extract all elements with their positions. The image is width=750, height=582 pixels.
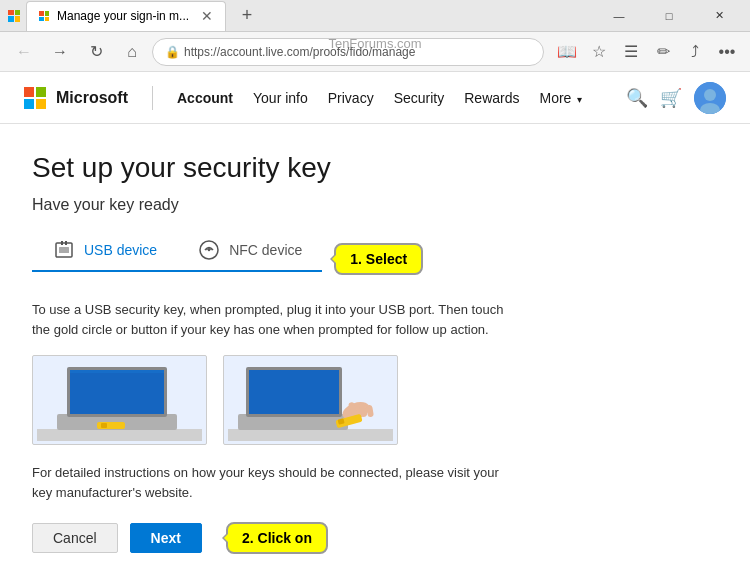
url-text: https://account.live.com/proofs/fido/man…	[184, 45, 531, 59]
browser-tab[interactable]: Manage your sign-in m... ✕	[26, 1, 226, 31]
search-icon[interactable]: 🔍	[626, 87, 648, 109]
forward-button[interactable]: →	[44, 36, 76, 68]
callout-select: 1. Select	[334, 243, 423, 275]
site-nav: Account Your info Privacy Security Rewar…	[177, 90, 582, 106]
callout-click-on: 2. Click on	[226, 522, 328, 554]
nav-yourinfo[interactable]: Your info	[253, 90, 308, 106]
main-content: Set up your security key Have your key r…	[0, 124, 750, 582]
usb-icon	[52, 238, 76, 262]
nav-more[interactable]: More ▾	[539, 90, 582, 106]
nav-privacy[interactable]: Privacy	[328, 90, 374, 106]
nav-rewards[interactable]: Rewards	[464, 90, 519, 106]
header-actions: 🔍 🛒	[626, 82, 726, 114]
maximize-button[interactable]: □	[646, 2, 692, 30]
svg-rect-12	[70, 370, 164, 414]
laptop-image-2	[223, 355, 398, 445]
favorites-icon[interactable]: ☆	[584, 37, 614, 67]
svg-rect-22	[366, 405, 374, 418]
device-tabs: USB device NFC device	[32, 230, 322, 272]
cancel-button[interactable]: Cancel	[32, 523, 118, 553]
cart-icon[interactable]: 🛒	[660, 87, 682, 109]
svg-rect-13	[70, 370, 164, 373]
svg-rect-6	[65, 241, 67, 245]
new-tab-button[interactable]: +	[232, 1, 262, 31]
svg-point-8	[208, 249, 210, 251]
svg-point-1	[704, 89, 716, 101]
tab-nfc[interactable]: NFC device	[177, 230, 322, 272]
hub-icon[interactable]: ☰	[616, 37, 646, 67]
laptop-image-1	[32, 355, 207, 445]
next-button[interactable]: Next	[130, 523, 202, 553]
minimize-button[interactable]: —	[596, 2, 642, 30]
refresh-button[interactable]: ↻	[80, 36, 112, 68]
window-controls: — □ ✕	[596, 2, 742, 30]
buttons-row: Cancel Next 2. Click on	[32, 522, 718, 554]
svg-rect-4	[59, 247, 69, 253]
svg-rect-16	[228, 429, 393, 441]
svg-rect-15	[101, 423, 107, 428]
footnote-text: For detailed instructions on how your ke…	[32, 463, 512, 502]
subtitle: Have your key ready	[32, 196, 718, 214]
home-button[interactable]: ⌂	[116, 36, 148, 68]
nfc-icon	[197, 238, 221, 262]
page-title: Set up your security key	[32, 152, 718, 184]
svg-rect-5	[61, 241, 63, 245]
secure-icon: 🔒	[165, 45, 180, 59]
share-icon[interactable]: ⤴	[680, 37, 710, 67]
microsoft-logo: Microsoft	[24, 87, 128, 109]
toolbar-icons: 📖 ☆ ☰ ✏ ⤴ •••	[552, 37, 742, 67]
back-button[interactable]: ←	[8, 36, 40, 68]
tab-usb-label: USB device	[84, 242, 157, 258]
feedback-icon[interactable]: ✏	[648, 37, 678, 67]
ms-grid-icon	[24, 87, 46, 109]
description-text: To use a USB security key, when prompted…	[32, 300, 512, 339]
tab-title: Manage your sign-in m...	[57, 9, 193, 23]
more-chevron-icon: ▾	[577, 94, 582, 105]
reader-icon[interactable]: 📖	[552, 37, 582, 67]
microsoft-text: Microsoft	[56, 89, 128, 107]
avatar[interactable]	[694, 82, 726, 114]
tab-close-icon[interactable]: ✕	[201, 8, 213, 24]
tab-nfc-label: NFC device	[229, 242, 302, 258]
nav-security[interactable]: Security	[394, 90, 445, 106]
more-icon[interactable]: •••	[712, 37, 742, 67]
svg-rect-19	[249, 370, 339, 414]
close-button[interactable]: ✕	[696, 2, 742, 30]
svg-rect-9	[37, 429, 202, 441]
images-row	[32, 355, 718, 445]
tab-usb[interactable]: USB device	[32, 230, 177, 272]
nav-account[interactable]: Account	[177, 90, 233, 106]
address-bar[interactable]: 🔒 https://account.live.com/proofs/fido/m…	[152, 38, 544, 66]
site-header: Microsoft Account Your info Privacy Secu…	[0, 72, 750, 124]
nav-bar: ← → ↻ ⌂ 🔒 https://account.live.com/proof…	[0, 32, 750, 72]
logo-divider	[152, 86, 153, 110]
